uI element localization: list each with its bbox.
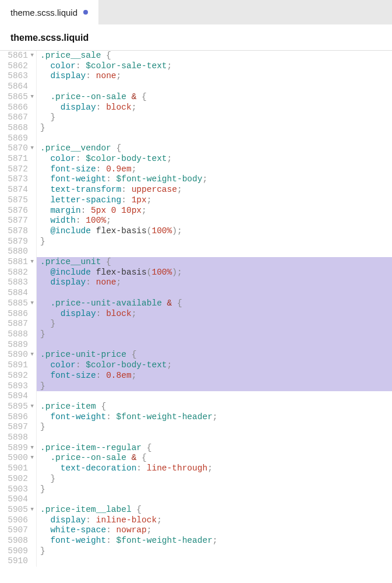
line-number: 5880 xyxy=(5,247,34,257)
fold-marker-icon[interactable]: ▼ xyxy=(29,443,34,454)
line-number: 5894 xyxy=(5,391,34,402)
line-number: 5898 xyxy=(5,433,34,443)
line-number: 5884 xyxy=(5,288,34,298)
fold-marker-icon[interactable]: ▼ xyxy=(29,51,34,61)
fold-marker-icon[interactable]: ▼ xyxy=(29,257,34,268)
code-line[interactable]: margin: 5px 0 10px; xyxy=(37,206,392,216)
code-line[interactable] xyxy=(37,433,392,443)
line-number: 5865▼ xyxy=(5,92,34,103)
code-line[interactable]: .price-item--regular { xyxy=(37,443,392,454)
code-line[interactable]: font-weight: $font-weight-header; xyxy=(37,412,392,423)
code-line[interactable]: font-weight: $font-weight-header; xyxy=(37,536,392,546)
line-number: 5875 xyxy=(5,195,34,206)
file-tab[interactable]: theme.scss.liquid xyxy=(0,0,98,24)
line-number: 5907 xyxy=(5,525,34,536)
code-line[interactable]: @include flex-basis(100%); xyxy=(37,226,392,237)
code-line[interactable] xyxy=(37,247,392,257)
line-number: 5873 xyxy=(5,174,34,185)
code-content[interactable]: .price__sale { color: $color-sale-text; … xyxy=(37,51,392,567)
code-line[interactable]: } xyxy=(37,319,392,329)
fold-marker-icon[interactable]: ▼ xyxy=(29,92,34,103)
line-number: 5879 xyxy=(5,237,34,247)
line-number: 5906 xyxy=(5,515,34,526)
code-line[interactable] xyxy=(37,134,392,144)
code-line[interactable]: .price-unit-price { xyxy=(37,350,392,360)
line-number: 5899▼ xyxy=(5,443,34,454)
line-number: 5897 xyxy=(5,422,34,433)
code-line[interactable]: font-size: 0.9em; xyxy=(37,164,392,175)
line-number: 5896 xyxy=(5,412,34,423)
code-line[interactable]: letter-spacing: 1px; xyxy=(37,195,392,206)
fold-marker-icon[interactable]: ▼ xyxy=(29,298,34,309)
code-line[interactable]: } xyxy=(37,113,392,123)
code-line[interactable] xyxy=(37,391,392,402)
code-line[interactable]: } xyxy=(37,381,392,392)
line-number: 5891 xyxy=(5,360,34,371)
code-line[interactable]: color: $color-sale-text; xyxy=(37,61,392,72)
line-number: 5900▼ xyxy=(5,453,34,463)
code-line[interactable]: .price__sale { xyxy=(37,51,392,61)
code-line[interactable]: .price--on-sale & { xyxy=(37,92,392,103)
code-line[interactable]: } xyxy=(37,484,392,495)
line-number: 5902 xyxy=(5,474,34,484)
code-line[interactable]: .price__unit { xyxy=(37,257,392,268)
code-line[interactable]: color: $color-body-text; xyxy=(37,360,392,371)
breadcrumb: theme.scss.liquid xyxy=(0,24,392,51)
code-line[interactable] xyxy=(37,82,392,92)
code-line[interactable]: } xyxy=(37,329,392,340)
code-line[interactable]: .price--unit-available & { xyxy=(37,298,392,309)
line-number: 5887 xyxy=(5,319,34,329)
code-line[interactable]: } xyxy=(37,422,392,433)
code-line[interactable]: text-decoration: line-through; xyxy=(37,463,392,474)
tab-bar: theme.scss.liquid xyxy=(0,0,392,24)
code-line[interactable]: .price--on-sale & { xyxy=(37,453,392,463)
fold-marker-icon[interactable]: ▼ xyxy=(29,402,34,412)
code-line[interactable]: } xyxy=(37,546,392,557)
code-line[interactable]: color: $color-body-text; xyxy=(37,154,392,164)
line-number: 5909 xyxy=(5,546,34,557)
line-number: 5904 xyxy=(5,494,34,505)
fold-marker-icon[interactable]: ▼ xyxy=(29,453,34,463)
code-line[interactable]: .price-item { xyxy=(37,402,392,412)
fold-marker-icon[interactable]: ▼ xyxy=(29,505,34,515)
code-line[interactable]: } xyxy=(37,237,392,247)
tab-filename: theme.scss.liquid xyxy=(10,8,77,17)
code-line[interactable] xyxy=(37,288,392,298)
code-line[interactable]: white-space: nowrap; xyxy=(37,525,392,536)
line-number: 5867 xyxy=(5,113,34,123)
line-number: 5901 xyxy=(5,463,34,474)
code-line[interactable]: display: inline-block; xyxy=(37,515,392,526)
line-number: 5864 xyxy=(5,82,34,92)
line-number: 5883 xyxy=(5,278,34,288)
code-line[interactable] xyxy=(37,494,392,505)
line-number: 5893 xyxy=(5,381,34,392)
line-number: 5882 xyxy=(5,268,34,278)
line-number: 5890▼ xyxy=(5,350,34,360)
breadcrumb-filename: theme.scss.liquid xyxy=(10,33,89,43)
code-line[interactable]: display: block; xyxy=(37,103,392,113)
line-number: 5866 xyxy=(5,103,34,113)
code-line[interactable]: width: 100%; xyxy=(37,216,392,226)
line-number: 5903 xyxy=(5,484,34,495)
line-number: 5868 xyxy=(5,123,34,134)
line-number: 5874 xyxy=(5,185,34,195)
fold-marker-icon[interactable]: ▼ xyxy=(29,350,34,360)
code-line[interactable]: @include flex-basis(100%); xyxy=(37,268,392,278)
code-line[interactable]: } xyxy=(37,123,392,134)
code-line[interactable]: display: block; xyxy=(37,309,392,319)
fold-marker-icon[interactable]: ▼ xyxy=(29,143,34,154)
code-line[interactable]: text-transform: uppercase; xyxy=(37,185,392,195)
code-editor[interactable]: 5861▼5862586358645865▼586658675868586958… xyxy=(0,51,392,567)
code-line[interactable]: display: none; xyxy=(37,71,392,82)
code-line[interactable] xyxy=(37,340,392,350)
line-number: 5892 xyxy=(5,371,34,381)
line-number: 5895▼ xyxy=(5,402,34,412)
code-line[interactable] xyxy=(37,556,392,567)
code-line[interactable]: display: none; xyxy=(37,278,392,288)
line-number: 5878 xyxy=(5,226,34,237)
code-line[interactable]: font-weight: $font-weight-body; xyxy=(37,174,392,185)
code-line[interactable]: } xyxy=(37,474,392,484)
code-line[interactable]: .price-item__label { xyxy=(37,505,392,515)
code-line[interactable]: font-size: 0.8em; xyxy=(37,371,392,381)
code-line[interactable]: .price__vendor { xyxy=(37,143,392,154)
